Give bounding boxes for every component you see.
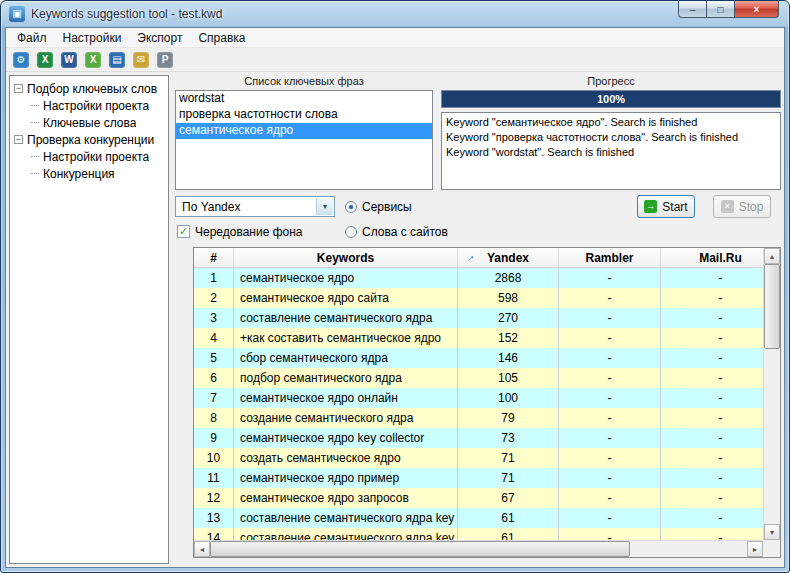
window-title: Keywords suggestion tool - test.kwd bbox=[31, 7, 222, 21]
table-row[interactable]: 11семантическое ядро пример71-- bbox=[194, 468, 780, 488]
print-button[interactable]: P bbox=[154, 49, 176, 70]
yandex-cell: 2868 bbox=[458, 268, 559, 288]
close-button[interactable]: × bbox=[734, 1, 779, 18]
start-button[interactable]: → Start bbox=[637, 195, 695, 218]
email-icon: ✉ bbox=[133, 52, 149, 68]
alternate-background-checkbox[interactable]: ✓ Чередование фона bbox=[175, 225, 303, 239]
tree-item-label: Настройки проекта bbox=[43, 150, 149, 164]
maximize-button[interactable]: □ bbox=[707, 1, 734, 18]
column-label: Mail.Ru bbox=[699, 251, 742, 265]
report-book-button[interactable]: ▤ bbox=[106, 49, 128, 70]
rambler-cell: - bbox=[559, 448, 661, 468]
word-export-button[interactable]: W bbox=[58, 49, 80, 70]
tree-item[interactable]: −Подбор ключевых слов bbox=[12, 80, 166, 97]
tree-item[interactable]: Настройки проекта bbox=[12, 148, 166, 165]
horizontal-scrollbar[interactable]: ◄ ► bbox=[194, 540, 763, 557]
vertical-scroll-track[interactable] bbox=[764, 349, 780, 524]
keyword-cell: составление семантического ядра bbox=[234, 308, 458, 328]
collapse-icon[interactable]: − bbox=[14, 135, 23, 144]
row-number-cell: 2 bbox=[194, 288, 234, 308]
main-panel: Список ключевых фраз wordstatпроверка ча… bbox=[175, 75, 781, 564]
phrase-list-item[interactable]: проверка частотности слова bbox=[176, 107, 432, 123]
horizontal-scroll-track[interactable] bbox=[630, 541, 747, 557]
scroll-up-button[interactable]: ▲ bbox=[764, 248, 780, 264]
menu-item[interactable]: Файл bbox=[9, 29, 55, 47]
tree-item[interactable]: −Проверка конкуренции bbox=[12, 131, 166, 148]
rambler-cell: - bbox=[559, 288, 661, 308]
menu-item[interactable]: Справка bbox=[190, 29, 253, 47]
tree-item[interactable]: Настройки проекта bbox=[12, 97, 166, 114]
phrase-listbox[interactable]: wordstatпроверка частотности словасемант… bbox=[175, 90, 433, 190]
progress-group: Прогресс 100% Keyword "семантическое ядр… bbox=[441, 75, 781, 190]
rambler-cell: - bbox=[559, 428, 661, 448]
chevron-down-icon[interactable]: ▼ bbox=[316, 198, 333, 215]
checkbox-label: Чередование фона bbox=[195, 225, 303, 239]
row-number-cell: 11 bbox=[194, 468, 234, 488]
collapse-icon[interactable]: − bbox=[14, 84, 23, 93]
vertical-scrollbar[interactable]: ▲ ▼ bbox=[763, 248, 780, 540]
tree-item-label: Ключевые слова bbox=[43, 116, 136, 130]
table-row[interactable]: 10создать семантическое ядро71-- bbox=[194, 448, 780, 468]
table-row[interactable]: 1семантическое ядро2868-- bbox=[194, 268, 780, 288]
row-number-cell: 8 bbox=[194, 408, 234, 428]
row-number-cell: 12 bbox=[194, 488, 234, 508]
progress-value: 100% bbox=[442, 93, 780, 105]
keyword-cell: семантическое ядро bbox=[234, 268, 458, 288]
scroll-down-button[interactable]: ▼ bbox=[764, 524, 780, 540]
table-row[interactable]: 2семантическое ядро сайта598-- bbox=[194, 288, 780, 308]
stop-button[interactable]: × Stop bbox=[713, 195, 771, 218]
toolbar: ⚙XWX▤✉P bbox=[6, 48, 784, 72]
radio-services[interactable]: Сервисы bbox=[345, 200, 412, 214]
table-row[interactable]: 8создание семантического ядра79-- bbox=[194, 408, 780, 428]
csv-export-button[interactable]: X bbox=[82, 49, 104, 70]
phrase-list-item[interactable]: семантическое ядро bbox=[176, 123, 432, 139]
column-header-0[interactable]: # bbox=[194, 248, 234, 267]
radio-words-from-sites[interactable]: Слова с сайтов bbox=[345, 225, 448, 239]
keyword-cell: семантическое ядро онлайн bbox=[234, 388, 458, 408]
table-row[interactable]: 5сбор семантического ядра146-- bbox=[194, 348, 780, 368]
table-header: #Keywords→YandexRamblerMail.Ru bbox=[194, 248, 780, 268]
table-body: 1семантическое ядро2868--2семантическое … bbox=[194, 268, 780, 557]
excel-export-icon: X bbox=[37, 52, 53, 68]
excel-export-button[interactable]: X bbox=[34, 49, 56, 70]
engine-combobox[interactable]: По Yandex ▼ bbox=[175, 196, 335, 217]
column-header-3[interactable]: Rambler bbox=[559, 248, 661, 267]
titlebar[interactable]: ▣ Keywords suggestion tool - test.kwd bbox=[2, 2, 788, 26]
minimize-button[interactable]: – bbox=[678, 1, 707, 18]
yandex-cell: 61 bbox=[458, 508, 559, 528]
table-row[interactable]: 13составление семантического ядра key61-… bbox=[194, 508, 780, 528]
table-row[interactable]: 7семантическое ядро онлайн100-- bbox=[194, 388, 780, 408]
yandex-cell: 105 bbox=[458, 368, 559, 388]
content: −Подбор ключевых словНастройки проектаКл… bbox=[6, 72, 784, 567]
horizontal-scroll-thumb[interactable] bbox=[210, 541, 630, 557]
column-header-2[interactable]: →Yandex bbox=[458, 248, 559, 267]
table-row[interactable]: 9семантическое ядро key collector73-- bbox=[194, 428, 780, 448]
log-line: Keyword "семантическое ядро". Search is … bbox=[446, 115, 776, 130]
rambler-cell: - bbox=[559, 468, 661, 488]
table-row[interactable]: 4+как составить семантическое ядро152-- bbox=[194, 328, 780, 348]
checkbox-box: ✓ bbox=[177, 225, 190, 238]
table-row[interactable]: 6подбор семантического ядра105-- bbox=[194, 368, 780, 388]
project-button[interactable]: ⚙ bbox=[10, 49, 32, 70]
email-button[interactable]: ✉ bbox=[130, 49, 152, 70]
menu-item[interactable]: Настройки bbox=[55, 29, 130, 47]
window-buttons: – □ × bbox=[678, 1, 779, 18]
vertical-scroll-thumb[interactable] bbox=[764, 264, 780, 349]
column-header-1[interactable]: Keywords bbox=[234, 248, 458, 267]
yandex-cell: 71 bbox=[458, 448, 559, 468]
scroll-right-button[interactable]: ► bbox=[747, 541, 763, 557]
table-row[interactable]: 12семантическое ядро запросов67-- bbox=[194, 488, 780, 508]
row-number-cell: 9 bbox=[194, 428, 234, 448]
report-book-icon: ▤ bbox=[109, 52, 125, 68]
scroll-left-button[interactable]: ◄ bbox=[194, 541, 210, 557]
rambler-cell: - bbox=[559, 328, 661, 348]
tree-item[interactable]: Конкуренция bbox=[12, 165, 166, 182]
yandex-cell: 67 bbox=[458, 488, 559, 508]
menu-item[interactable]: Экспорт bbox=[129, 29, 190, 47]
tree-item-label: Настройки проекта bbox=[43, 99, 149, 113]
tree-item[interactable]: Ключевые слова bbox=[12, 114, 166, 131]
yandex-cell: 79 bbox=[458, 408, 559, 428]
table-row[interactable]: 3составление семантического ядра270-- bbox=[194, 308, 780, 328]
radio-sites-label: Слова с сайтов bbox=[362, 225, 448, 239]
phrase-list-item[interactable]: wordstat bbox=[176, 91, 432, 107]
